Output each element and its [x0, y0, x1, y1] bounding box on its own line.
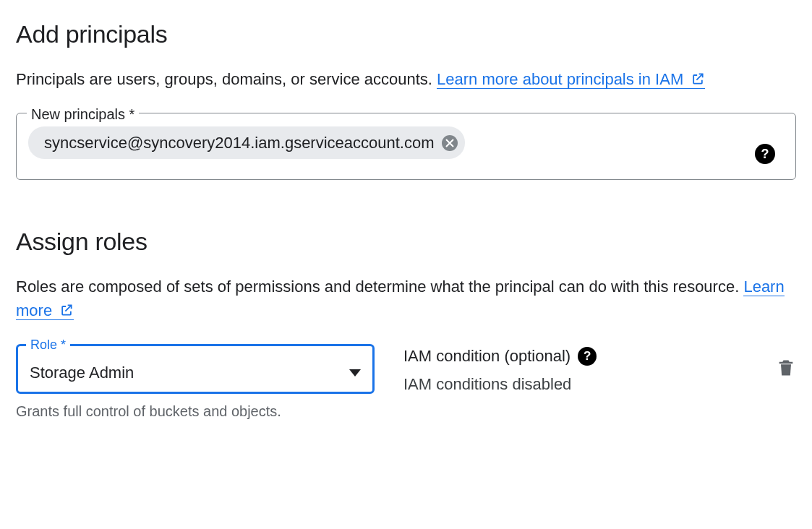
condition-column: IAM condition (optional) ? IAM condition…: [403, 344, 747, 396]
chip-remove-button[interactable]: [442, 135, 458, 151]
new-principals-label: New principals *: [27, 103, 139, 125]
assign-roles-title: Assign roles: [16, 223, 796, 260]
add-principals-description-text: Principals are users, groups, domains, o…: [16, 70, 437, 88]
learn-principals-link[interactable]: Learn more about principals in IAM: [437, 70, 705, 89]
condition-title: IAM condition (optional): [403, 344, 570, 368]
condition-header: IAM condition (optional) ?: [403, 344, 747, 368]
principals-help-icon[interactable]: ?: [755, 144, 775, 164]
role-select-value: Storage Admin: [30, 361, 134, 384]
principal-chip-value: syncservice@syncovery2014.iam.gserviceac…: [44, 131, 435, 155]
learn-principals-link-text: Learn more about principals in IAM: [437, 70, 683, 88]
external-link-icon: [59, 300, 74, 324]
principal-chip[interactable]: syncservice@syncovery2014.iam.gserviceac…: [28, 126, 465, 159]
new-principals-field[interactable]: New principals * syncservice@syncovery20…: [16, 113, 796, 180]
role-select-wrap: Role * Storage Admin Grants full control…: [16, 344, 375, 422]
role-select[interactable]: Role * Storage Admin: [16, 344, 375, 394]
role-select-label: Role *: [26, 335, 70, 355]
external-link-icon: [691, 69, 705, 93]
assign-roles-description: Roles are composed of sets of permission…: [16, 275, 796, 324]
add-principals-description: Principals are users, groups, domains, o…: [16, 67, 796, 93]
role-row: Role * Storage Admin Grants full control…: [16, 344, 796, 422]
trash-icon: [776, 357, 796, 379]
chevron-down-icon: [349, 369, 361, 377]
role-hint: Grants full control of buckets and objec…: [16, 401, 312, 422]
assign-roles-description-text: Roles are composed of sets of permission…: [16, 278, 743, 296]
delete-role-button[interactable]: [776, 344, 796, 379]
add-principals-title: Add principals: [16, 16, 796, 53]
condition-status: IAM conditions disabled: [403, 372, 747, 396]
condition-help-icon[interactable]: ?: [578, 347, 597, 366]
